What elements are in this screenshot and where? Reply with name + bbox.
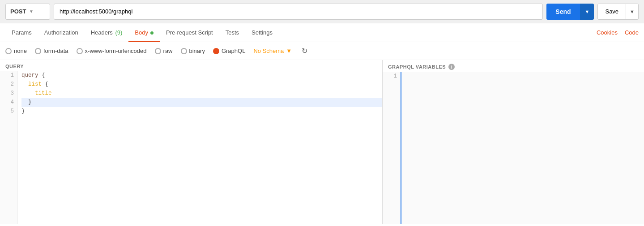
tab-headers[interactable]: Headers (9): [85, 23, 129, 42]
method-label: POST: [10, 8, 26, 15]
body-type-form-data[interactable]: form-data: [35, 48, 68, 54]
radio-form-data-icon: [35, 48, 41, 54]
tab-authorization[interactable]: Authorization: [38, 23, 85, 42]
url-input[interactable]: [54, 4, 543, 20]
top-bar: POST ▼ Send ▼ Save ▼: [0, 0, 644, 23]
tabs-right: Cookies Code: [597, 29, 639, 36]
variables-code-area[interactable]: 1: [383, 72, 644, 224]
code-link[interactable]: Code: [625, 29, 639, 36]
query-panel-label: QUERY: [0, 60, 382, 71]
send-button-group: Send ▼: [546, 4, 594, 20]
query-panel: QUERY 1 2 3 4 5 query { list { title } }: [0, 60, 383, 224]
method-select[interactable]: POST ▼: [5, 4, 50, 20]
refresh-button[interactable]: ↻: [300, 47, 309, 55]
body-type-raw[interactable]: raw: [155, 48, 173, 54]
line-numbers: 1 2 3 4 5: [0, 71, 18, 224]
body-type-graphql[interactable]: GraphQL: [213, 48, 245, 54]
code-line-1: query {: [21, 71, 382, 80]
body-type-bar: none form-data x-www-form-urlencoded raw…: [0, 42, 644, 60]
cookies-link[interactable]: Cookies: [597, 29, 618, 36]
method-chevron-icon: ▼: [29, 9, 45, 14]
body-active-dot: [150, 31, 154, 35]
tab-settings[interactable]: Settings: [245, 23, 279, 42]
schema-dropdown[interactable]: No Schema ▼: [253, 48, 292, 54]
save-button[interactable]: Save: [598, 4, 626, 19]
send-button[interactable]: Send: [546, 4, 580, 20]
variables-panel: GRAPHQL VARIABLES i 1: [383, 60, 644, 224]
body-type-binary[interactable]: binary: [181, 48, 205, 54]
radio-binary-icon: [181, 48, 187, 54]
save-button-group: Save ▼: [597, 4, 639, 20]
send-dropdown-button[interactable]: ▼: [580, 4, 594, 20]
code-lines: query { list { title } }: [18, 71, 382, 224]
radio-urlencoded-icon: [77, 48, 83, 54]
variables-line-numbers: 1: [383, 72, 401, 224]
code-line-3: title: [21, 89, 382, 98]
main-content: QUERY 1 2 3 4 5 query { list { title } }…: [0, 60, 644, 224]
variables-header: GRAPHQL VARIABLES i: [383, 60, 644, 72]
save-dropdown-button[interactable]: ▼: [626, 4, 638, 19]
body-type-urlencoded[interactable]: x-www-form-urlencoded: [77, 48, 147, 54]
code-line-4: }: [21, 98, 382, 107]
code-line-5: }: [21, 107, 382, 116]
radio-none-icon: [5, 48, 12, 54]
info-icon: i: [448, 64, 455, 70]
variables-content: [401, 72, 644, 224]
code-line-2: list {: [21, 80, 382, 89]
radio-graphql-icon: [213, 48, 219, 54]
body-type-none[interactable]: none: [5, 48, 27, 54]
tabs-bar: Params Authorization Headers (9) Body Pr…: [0, 23, 644, 42]
tab-params[interactable]: Params: [5, 23, 38, 42]
tab-tests[interactable]: Tests: [219, 23, 245, 42]
tab-pre-request-script[interactable]: Pre-request Script: [160, 23, 219, 42]
tab-body[interactable]: Body: [128, 23, 160, 42]
code-area[interactable]: 1 2 3 4 5 query { list { title } }: [0, 71, 382, 224]
variables-panel-label: GRAPHQL VARIABLES: [388, 64, 446, 70]
radio-raw-icon: [155, 48, 161, 54]
